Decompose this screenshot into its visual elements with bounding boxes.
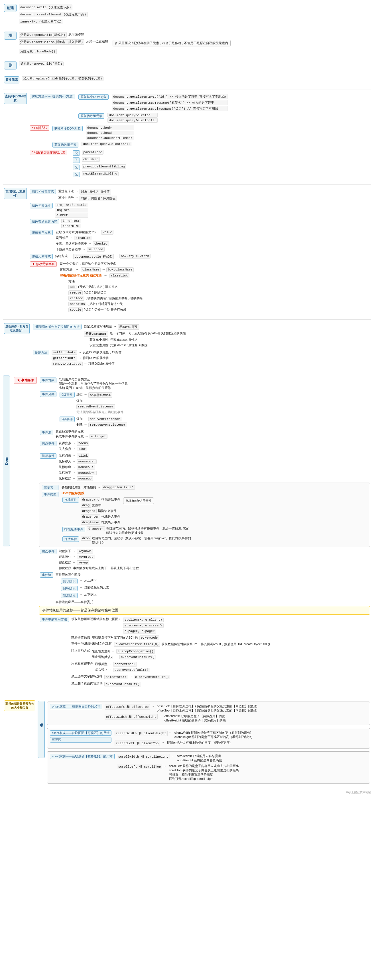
event-type-label: 事件分类	[40, 391, 56, 397]
scrollleft-row: scrollLeft 和 scrollTop → scrollLeft 获得的是…	[117, 764, 239, 781]
create-item-3: innerHTML (创建元素节点)	[19, 19, 370, 24]
attr-dataset-desc: 是一个对象，可以获取所有以data-开头的自定义的属性	[110, 331, 186, 336]
arrow-stopprop: →	[112, 649, 115, 653]
drag-event-type-label: 事件类型	[42, 492, 58, 497]
modify-input-label: 修改表单元素	[30, 230, 53, 235]
query-getbytag: document.getElementsByTagName('标签名') // …	[112, 100, 227, 105]
attr-getattr: getAttribute → 得到DOM的属性值	[51, 356, 121, 360]
arrow-client2: →	[161, 741, 165, 745]
mouse-down: 鼠标按下 → mousedown	[59, 471, 97, 475]
focus-get-label: 获得焦点	[59, 441, 71, 445]
drag-events-list: dragstart 指拖开始事件 drag 拖拽中 dr	[81, 497, 120, 525]
arrow-bubble: →	[80, 592, 83, 597]
modify-style-method: 传统方式	[55, 254, 67, 258]
offsetheight-desc: offsetHeight 获取的是盒子【实际占用】的高	[165, 718, 226, 722]
arrow-5: →	[88, 242, 92, 245]
modify-disabled-label: 是否禁用	[56, 236, 69, 240]
three-families-label: 三大家族	[38, 701, 45, 758]
arrow-1: →	[75, 189, 78, 193]
coords-list: e.clientX, e.clientY e.screenX, e.screen…	[123, 617, 164, 634]
attr-rule-val: 用data-开头	[118, 324, 139, 330]
dragend-event: dragend	[81, 509, 97, 513]
query-h5-single-methods: document.body document.head document.doc…	[86, 126, 134, 140]
event-source-label: 事件源	[40, 430, 53, 435]
drag-desc: 拖拽中	[92, 503, 101, 508]
dragover-event: dragover	[87, 527, 105, 531]
drag-dragenter: dragenter 拖拽进入事件	[81, 514, 120, 519]
arrow-dom2: →	[84, 417, 87, 421]
arrow-preventdefault: →	[115, 655, 118, 659]
stop-prop-method: e.stopPropagation()	[116, 649, 155, 654]
bubble-label: 冒泡阶段	[61, 593, 78, 598]
add-item-3: 克隆元素 cloneNode()	[19, 49, 370, 54]
arrow-context: →	[109, 662, 112, 666]
attr-removeattr: removeAttribute → 移除DOM的属性值	[51, 361, 121, 366]
keyboard-event-label: 键盘事件	[40, 549, 56, 554]
mouse-down-label: 鼠标按下	[59, 471, 71, 475]
modify-attr-3: a.href	[55, 213, 88, 218]
arrow-9: →	[75, 267, 79, 271]
keyboard-event-row: 键盘事件 键盘按下 → keydown 键盘按住 →	[39, 548, 370, 571]
clientwidth-row: clientWidth 和 clientHeight → clientWidth…	[115, 730, 252, 739]
drag-note-box: 拖拽有的地方子事件	[123, 497, 154, 504]
event-flow-stages-label: 事件流的三个阶段	[56, 573, 81, 577]
modify-text-content: innerText innerHTML	[61, 219, 81, 228]
offsetwidth-row: offsetWidth 和 offsetHeight → offsetWidth…	[105, 714, 258, 722]
drop-event: drop	[81, 536, 91, 541]
classlist-remove: remove ('类名') 删除类名	[69, 290, 143, 295]
attr-setattr: setAttribute → 设置DOM的属性值，即新增	[51, 350, 121, 355]
dragenter-event: dragenter	[81, 514, 100, 519]
query-node-child: 子 children	[72, 157, 126, 163]
context-content: 显示类型 → contextmenu 怎么禁止 → e.preventDefau…	[95, 662, 150, 673]
dom0-remove-note: 无法删除匿名函数点击跳过的事件	[77, 410, 123, 414]
keycode-desc: 获取键盘按下对应字符的ASCII码	[92, 635, 138, 640]
modify-checked-label: 单选、复选框是否选中	[56, 242, 87, 246]
event-obj-row: 事件对象 既能用户与页面的交互 我是一个对象，里面包含了事件触发时的一些信息 比…	[39, 377, 370, 390]
add-item-2: 父元素.insertBefore(新签名，插入位置) 从某一位置追加 如果里面没…	[19, 39, 370, 47]
clientleft-row: clientLeft 和 clientTop → 得到的是左边框和上边框的厚度（…	[115, 741, 252, 746]
mouse-event-label: 鼠标事件	[40, 453, 56, 459]
attr-dataset-set: 设置元素属性: 元素.dataset.属性名 = 数据	[90, 343, 186, 347]
mouse-event-row: 鼠标事件 鼠标点击 → click 鼠标移入 → m	[39, 453, 370, 482]
delete-content: 父元素.removeChild(签名)	[19, 62, 370, 66]
offsetleft-descs: offsetLeft【自身左外边框】到定位所参照的父级元素的【内边框】的图面 o…	[157, 704, 257, 713]
classlist-methods: 方法 add ('类名','类名','类名') 添加类名 remove ('类名…	[69, 279, 143, 313]
query-h5-selectorall: document.querySelectorAll	[82, 142, 131, 146]
dragleave-event: dragleave	[81, 520, 100, 525]
context-label: 用鼠标右键事件	[71, 662, 93, 666]
capture-desc: 从上到下	[84, 578, 97, 582]
clientwidth-desc1: clientWidth 得到的是盒子可视区域的宽（看得到的部分)	[174, 730, 252, 735]
mouse-up-event: mouseup	[77, 476, 93, 481]
coords-section: 获取鼠标距可视区域的坐标（图面） e.clientX, e.clientY e.…	[71, 617, 270, 634]
scrollwidth-row: scrollWidth 和 scrollHeight → scrollWidth…	[117, 754, 239, 762]
query-node-section: * 利用节点操作获取元素 父 parentNode 子 children 兄 p	[29, 150, 370, 178]
offset-family-content: offsetLeft 和 offsetTop → offsetLeft【自身左外…	[105, 703, 258, 723]
arrow-selectstart: →	[129, 675, 133, 679]
attr-dataset-get-desc: 获取单个属性: 元素.dataset.属性名	[90, 338, 138, 342]
three-families: 三大家族 offset家族——获取图面自身的尺寸 offsetLeft 和 of…	[38, 701, 370, 784]
clientheight-desc: clientHeight 得到的是盒子可视区域的高（看得到的部分)	[174, 735, 252, 739]
node-next-val: nextElementSibling	[82, 172, 118, 176]
keyboard-up-label: 键盘松起	[59, 560, 71, 565]
blur-row: 失去焦点 → blur	[59, 447, 89, 451]
modify-innerhtml: innerHTML	[61, 224, 81, 228]
arrow-dom0-1: →	[84, 392, 87, 396]
bubble-stage: 冒泡阶段 → 从下到上	[60, 592, 109, 598]
query-traditional: 传统方法 (dom提供的api方法) 获取单个DOM对象 document.ge…	[29, 93, 370, 123]
scroll-family: scroll家族——获取滚动【被卷走的】的尺寸 scrollWidth 和 sc…	[47, 751, 370, 784]
arrow-7: →	[69, 254, 72, 258]
query-h5-single: 获取单个DOM对象 document.body document.head do…	[51, 126, 134, 140]
offsetleft-row: offsetLeft 和 offsetTop → offsetLeft【自身左外…	[105, 704, 258, 713]
query-selectorall: document.querySelectorAll	[107, 118, 157, 123]
dom0-label: 0级事件	[59, 392, 75, 398]
event-methods-content: 获取鼠标距可视区域的坐标（图面） e.clientX, e.clientY e.…	[71, 616, 270, 687]
coords-page: e.pageX, e.pageY	[123, 629, 164, 633]
scrollleft-descs: scrollLeft 获得的是盒子内容从左走出去走出的距离 scrollTop …	[169, 764, 239, 781]
dom0-add: 添加	[77, 399, 123, 403]
classlist-contains-desc: ('类名') 判断是否有这个类	[88, 302, 123, 306]
focus-event: focus	[77, 441, 89, 445]
attr-block: 属性操作（针对自定义属性） H5新增的操作自定义属性的方法 自定义属性写法规范 …	[4, 323, 370, 367]
create-method-3: innerHTML (创建元素节点)	[19, 19, 63, 24]
query-section: 查(获取DOM对象) 传统方法 (dom提供的api方法) 获取单个DOM对象 …	[3, 92, 371, 181]
stop-prop-label: 阻止冒泡方式	[71, 649, 90, 653]
